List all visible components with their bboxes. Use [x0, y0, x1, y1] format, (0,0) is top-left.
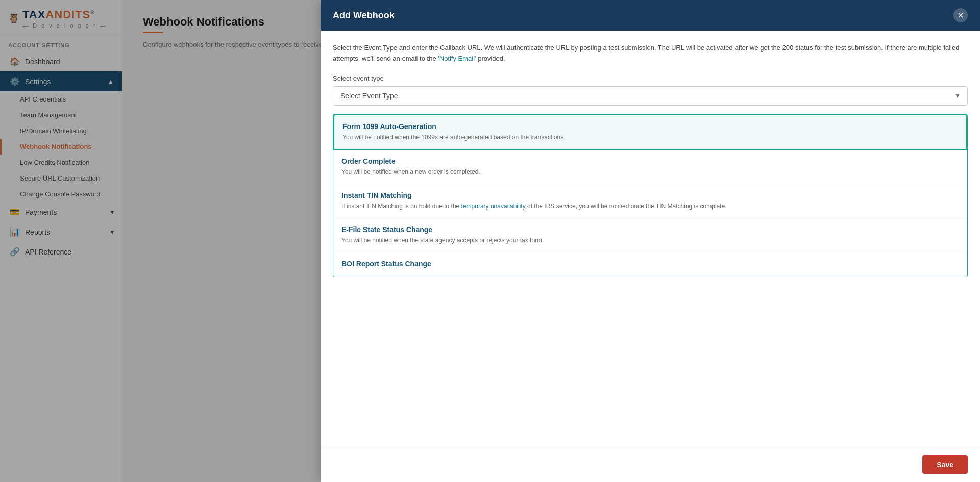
dropdown-item-title: E-File State Status Change	[341, 225, 959, 234]
modal-header: Add Webhook ×	[321, 0, 980, 31]
modal-description: Select the Event Type and enter the Call…	[333, 43, 968, 64]
dropdown-item-desc: If instant TIN Matching is on hold due t…	[341, 201, 959, 211]
notify-email-link[interactable]: 'Notify Email'	[438, 55, 476, 62]
event-type-select[interactable]: Select Event Type	[333, 86, 968, 106]
dropdown-item-efile-state-status-change[interactable]: E-File State Status Change You will be n…	[333, 218, 967, 252]
select-event-type-label: Select event type	[333, 74, 968, 82]
dropdown-item-order-complete[interactable]: Order Complete You will be notified when…	[333, 150, 967, 184]
modal-body: Select the Event Type and enter the Call…	[321, 31, 980, 447]
irs-unavailability-link[interactable]: temporary unavailability	[461, 202, 526, 210]
dropdown-item-desc: You will be notified when the 1099s are …	[342, 133, 958, 142]
dropdown-item-desc: You will be notified when a new order is…	[341, 167, 959, 176]
modal-close-button[interactable]: ×	[953, 8, 968, 22]
save-button[interactable]: Save	[922, 455, 968, 474]
modal-title: Add Webhook	[333, 10, 395, 21]
dropdown-item-title: Instant TIN Matching	[341, 191, 959, 199]
dropdown-item-form-1099[interactable]: Form 1099 Auto-Generation You will be no…	[333, 114, 967, 150]
modal-footer: Save	[321, 447, 980, 482]
dropdown-item-boi-report-status-change[interactable]: BOI Report Status Change	[333, 252, 967, 277]
dropdown-item-title: Order Complete	[341, 157, 959, 165]
dropdown-item-title: BOI Report Status Change	[341, 260, 959, 268]
dropdown-item-desc: You will be notified when the state agen…	[341, 236, 959, 245]
add-webhook-modal: Add Webhook × Select the Event Type and …	[321, 0, 980, 482]
dropdown-item-title: Form 1099 Auto-Generation	[342, 122, 958, 131]
dropdown-item-instant-tin-matching[interactable]: Instant TIN Matching If instant TIN Matc…	[333, 184, 967, 218]
event-type-select-wrapper: Select Event Type ▼	[333, 86, 968, 106]
event-type-dropdown-list: Form 1099 Auto-Generation You will be no…	[333, 114, 968, 277]
